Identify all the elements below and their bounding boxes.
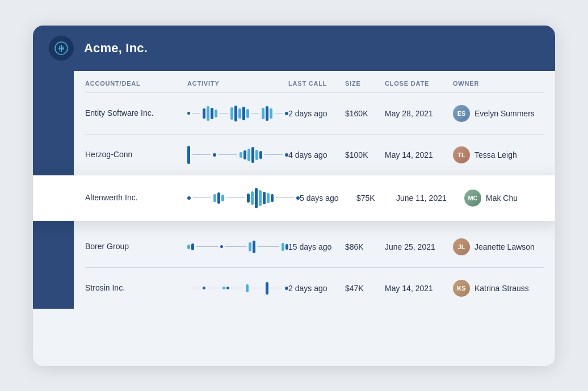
owner-name: Mak Chu [486,194,518,203]
size-val: $75K [356,194,396,203]
last-call: 4 days ago [288,150,345,159]
last-call: 15 days ago [288,242,345,251]
content-area-bottom: Borer Group 15 days ago $86K June 25, 20… [74,221,555,309]
highlighted-row[interactable]: Altenwerth Inc. [33,175,555,221]
table-header: ACCOUNT/DEAL ACTIVITY LAST CALL SIZE CLO… [85,71,544,93]
close-date: June 11, 2021 [396,194,464,203]
logo-svg [54,41,69,56]
sidebar-bar-top [33,71,74,175]
account-name: Borer Group [85,241,187,251]
activity-sparkline [187,234,288,259]
col-size: SIZE [345,80,385,87]
owner-cell: KS Katrina Strauss [453,280,544,297]
header: Acme, Inc. [33,26,555,71]
size-val: $100K [345,150,385,159]
size-val: $47K [345,284,385,293]
last-call: 5 days ago [300,194,356,203]
activity-sparkline [187,142,288,167]
main-card: Acme, Inc. ACCOUNT/DEAL ACTIVITY LAST CA… [33,26,555,366]
account-name: Entity Software Inc. [85,108,187,118]
owner-name: Tessa Leigh [474,150,517,159]
owner-name: Evelyn Summers [474,109,535,118]
activity-sparkline [187,101,288,126]
account-name: Strosin Inc. [85,283,187,293]
avatar: ES [453,105,470,122]
table-row[interactable]: Strosin Inc. 2 days ago $47K May 14, [85,268,544,309]
highlighted-row-wrapper: Altenwerth Inc. [33,175,555,221]
close-date: May 14, 2021 [385,284,453,293]
avatar: KS [453,280,470,297]
owner-cell: TL Tessa Leigh [453,146,544,163]
col-account: ACCOUNT/DEAL [85,80,187,87]
content-area-top: ACCOUNT/DEAL ACTIVITY LAST CALL SIZE CLO… [74,71,555,175]
avatar: TL [453,146,470,163]
sidebar-bar-bottom [33,221,74,309]
header-title: Acme, Inc. [84,41,148,56]
last-call: 2 days ago [288,109,345,118]
table-row[interactable]: Entity Software Inc. [85,93,544,134]
top-section: ACCOUNT/DEAL ACTIVITY LAST CALL SIZE CLO… [33,71,555,175]
owner-name: Katrina Strauss [474,284,529,293]
size-val: $160K [345,109,385,118]
activity-sparkline [187,186,300,211]
avatar: JL [453,238,470,255]
account-name: Altenwerth Inc. [85,192,187,203]
owner-name: Jeanette Lawson [474,242,535,251]
col-lastcall: LAST CALL [288,80,345,87]
logo-icon [49,36,74,61]
size-val: $86K [345,242,385,251]
close-date: June 25, 2021 [385,242,453,251]
account-name: Herzog-Conn [85,149,187,159]
close-date: May 14, 2021 [385,150,453,159]
owner-cell: MC Mak Chu [464,190,555,207]
table-row-highlighted[interactable]: Altenwerth Inc. [33,175,555,221]
col-activity: ACTIVITY [187,80,288,87]
col-closedate: CLOSE DATE [385,80,453,87]
close-date: May 28, 2021 [385,109,453,118]
last-call: 2 days ago [288,284,345,293]
table-row[interactable]: Herzog-Conn 4 days ago $100K [85,134,544,175]
owner-cell: ES Evelyn Summers [453,105,544,122]
owner-cell: JL Jeanette Lawson [453,238,544,255]
bottom-section: Borer Group 15 days ago $86K June 25, 20… [33,221,555,309]
avatar: MC [464,190,481,207]
activity-sparkline [187,276,288,301]
col-owner: OWNER [453,80,544,87]
table-row[interactable]: Borer Group 15 days ago $86K June 25, 20… [85,226,544,268]
